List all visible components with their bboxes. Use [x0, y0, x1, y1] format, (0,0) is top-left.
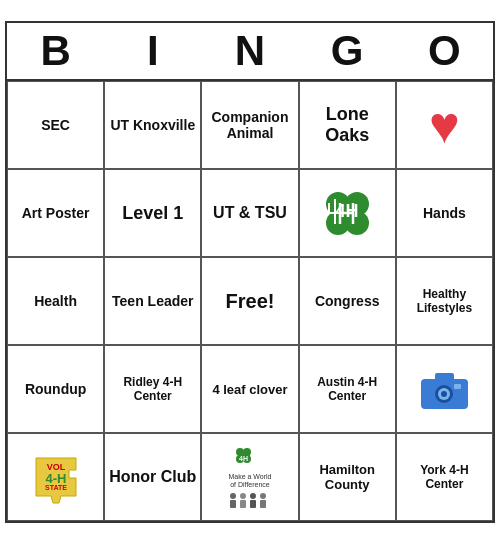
bingo-header: B I N G O [7, 23, 493, 79]
cell-r1c3: Companion Animal [201, 81, 298, 169]
svg-text:STATE: STATE [45, 484, 67, 491]
header-o: O [396, 23, 493, 79]
svg-text:4H: 4H [239, 455, 248, 462]
cell-r3c3-free: Free! [201, 257, 298, 345]
header-i: I [104, 23, 201, 79]
svg-point-30 [240, 493, 246, 499]
cell-r4c1: Roundup [7, 345, 104, 433]
cell-r5c5: York 4-H Center [396, 433, 493, 521]
cell-r1c2: UT Knoxville [104, 81, 201, 169]
svg-rect-29 [230, 500, 236, 508]
cell-r4c4: Austin 4-H Center [299, 345, 396, 433]
svg-text:VOL: VOL [46, 462, 65, 472]
cell-r3c5: Healthy Lifestyles [396, 257, 493, 345]
tn-4h-icon: 4-H VOL STATE [31, 448, 81, 506]
cell-r4c3: 4 leaf clover [201, 345, 298, 433]
heart-icon: ♥ [429, 99, 460, 151]
cell-r5c1: 4-H VOL STATE [7, 433, 104, 521]
svg-point-28 [230, 493, 236, 499]
cell-r1c5: ♥ [396, 81, 493, 169]
svg-rect-31 [240, 500, 246, 508]
svg-point-16 [441, 391, 447, 397]
people-icon [225, 491, 275, 511]
svg-point-32 [250, 493, 256, 499]
cell-r2c3: UT & TSU [201, 169, 298, 257]
header-n: N [201, 23, 298, 79]
svg-rect-17 [454, 384, 461, 389]
bingo-grid: SEC UT Knoxville Companion Animal Lone O… [7, 79, 493, 521]
header-b: B [7, 23, 104, 79]
4h-logo-icon: 4H [229, 443, 271, 471]
bingo-card: B I N G O SEC UT Knoxville Companion Ani… [5, 21, 495, 523]
4h-clover-icon: 4H [315, 181, 380, 246]
cell-r4c5 [396, 345, 493, 433]
svg-rect-35 [260, 500, 266, 508]
svg-point-34 [260, 493, 266, 499]
cell-r1c4: Lone Oaks [299, 81, 396, 169]
cell-r2c4: 4H [299, 169, 396, 257]
svg-rect-33 [250, 500, 256, 508]
cell-r5c2: Honor Club [104, 433, 201, 521]
cell-r5c4: Hamilton County [299, 433, 396, 521]
cell-r2c5: Hands [396, 169, 493, 257]
cell-r1c1: SEC [7, 81, 104, 169]
camera-icon [417, 367, 472, 412]
cell-r3c1: Health [7, 257, 104, 345]
cell-r3c2: Teen Leader [104, 257, 201, 345]
cell-r3c4: Congress [299, 257, 396, 345]
svg-rect-13 [435, 373, 454, 383]
4h-tagline: Make a Worldof Difference [228, 473, 271, 488]
cell-r4c2: Ridley 4-H Center [104, 345, 201, 433]
cell-r2c2: Level 1 [104, 169, 201, 257]
cell-r5c3: 4H Make a Worldof Difference [201, 433, 298, 521]
header-g: G [299, 23, 396, 79]
cell-r2c1: Art Poster [7, 169, 104, 257]
